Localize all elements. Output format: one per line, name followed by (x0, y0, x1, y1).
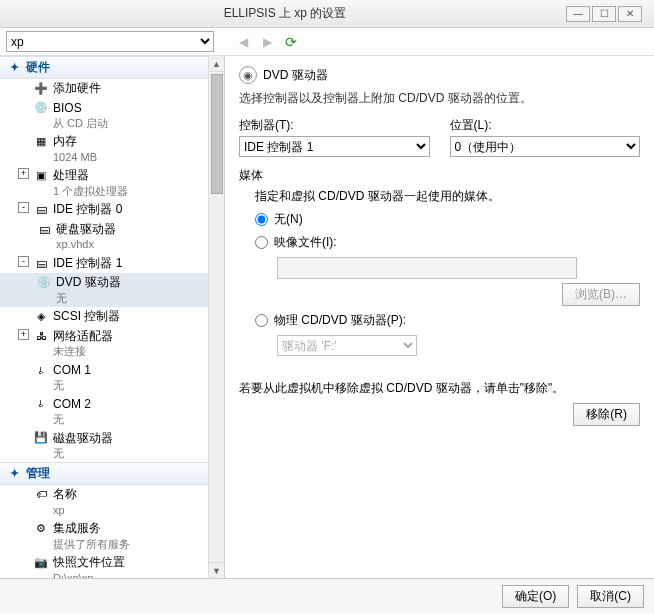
item-icon: 🖴 (33, 256, 49, 270)
sidebar-item-hw-7[interactable]: 💿DVD 驱动器无 (0, 273, 208, 307)
item-icon: 🖴 (33, 202, 49, 216)
media-physical-radio[interactable] (255, 314, 268, 327)
sidebar-item-hw-2[interactable]: ▦内存1024 MB (0, 132, 208, 166)
media-none-radio[interactable] (255, 213, 268, 226)
pane-hint: 选择控制器以及控制器上附加 CD/DVD 驱动器的位置。 (239, 90, 640, 107)
item-label: IDE 控制器 1 (53, 256, 122, 272)
refresh-icon[interactable]: ⟳ (282, 33, 300, 51)
item-sublabel: 无 (56, 291, 121, 305)
window-controls: — ☐ ✕ (566, 6, 642, 22)
sidebar-item-hw-5[interactable]: 🖴硬盘驱动器xp.vhdx (0, 220, 208, 254)
sidebar-item-hw-8[interactable]: ◈SCSI 控制器 (0, 307, 208, 327)
item-label: IDE 控制器 0 (53, 202, 122, 218)
controller-label: 控制器(T): (239, 117, 430, 134)
detail-pane: ◉ DVD 驱动器 选择控制器以及控制器上附加 CD/DVD 驱动器的位置。 控… (225, 56, 654, 578)
expand-icon[interactable]: - (18, 202, 29, 213)
sidebar-item-mgmt-2[interactable]: 📷快照文件位置D:\xp\xp (0, 553, 208, 578)
item-sublabel: 1024 MB (53, 150, 97, 164)
item-label: 集成服务 (53, 521, 130, 537)
item-sublabel: 1 个虚拟处理器 (53, 184, 128, 198)
item-label: COM 1 (53, 363, 91, 379)
close-button[interactable]: ✕ (618, 6, 642, 22)
sidebar-item-hw-10[interactable]: ⫰COM 1无 (0, 361, 208, 395)
ok-button[interactable]: 确定(O) (502, 585, 569, 608)
item-icon: ◈ (33, 309, 49, 323)
item-label: 添加硬件 (53, 81, 101, 97)
item-label: 磁盘驱动器 (53, 431, 113, 447)
sidebar-item-hw-6[interactable]: -🖴IDE 控制器 1 (0, 254, 208, 274)
item-sublabel: D:\xp\xp (53, 571, 125, 578)
section-hardware: ✦硬件 (0, 56, 208, 79)
item-sublabel: 从 CD 启动 (53, 116, 108, 130)
dvd-icon: ◉ (239, 66, 257, 84)
browse-button[interactable]: 浏览(B)… (562, 283, 640, 306)
item-icon: 🖧 (33, 329, 49, 343)
expand-icon[interactable]: + (18, 168, 29, 179)
item-label: DVD 驱动器 (56, 275, 121, 291)
section-title: 硬件 (26, 59, 50, 76)
scroll-up-icon[interactable]: ▲ (209, 56, 224, 72)
maximize-button[interactable]: ☐ (592, 6, 616, 22)
sidebar-item-hw-1[interactable]: 💿BIOS从 CD 启动 (0, 99, 208, 133)
item-icon: ⫰ (33, 363, 49, 377)
expand-icon[interactable]: + (18, 329, 29, 340)
item-icon: ▣ (33, 168, 49, 182)
media-physical-label: 物理 CD/DVD 驱动器(P): (274, 312, 406, 329)
item-icon: 💾 (33, 431, 49, 445)
sidebar-item-hw-0[interactable]: ➕添加硬件 (0, 79, 208, 99)
minimize-button[interactable]: — (566, 6, 590, 22)
item-sublabel: xp (53, 503, 77, 517)
sidebar: ✦硬件➕添加硬件💿BIOS从 CD 启动▦内存1024 MB+▣处理器1 个虚拟… (0, 56, 225, 578)
item-sublabel: 无 (53, 412, 91, 426)
vm-selector[interactable]: xp (6, 31, 214, 52)
item-label: 处理器 (53, 168, 128, 184)
item-icon: ⚙ (33, 521, 49, 535)
media-image-label: 映像文件(I): (274, 234, 337, 251)
sidebar-item-hw-11[interactable]: ⫰COM 2无 (0, 395, 208, 429)
media-image-radio[interactable] (255, 236, 268, 249)
pane-header: ◉ DVD 驱动器 (239, 66, 640, 84)
remove-hint: 若要从此虚拟机中移除虚拟 CD/DVD 驱动器，请单击"移除"。 (239, 380, 640, 397)
sidebar-item-hw-12[interactable]: 💾磁盘驱动器无 (0, 429, 208, 463)
remove-button[interactable]: 移除(R) (573, 403, 640, 426)
sidebar-item-mgmt-0[interactable]: 🏷名称xp (0, 485, 208, 519)
item-label: 网络适配器 (53, 329, 113, 345)
title-bar: ELLIPSIS 上 xp 的设置 — ☐ ✕ (0, 0, 654, 28)
item-sublabel: 无 (53, 446, 113, 460)
location-select[interactable]: 0（使用中） (450, 136, 641, 157)
location-label: 位置(L): (450, 117, 641, 134)
media-none-label: 无(N) (274, 211, 303, 228)
forward-icon[interactable]: ▶ (258, 33, 276, 51)
section-icon: ✦ (6, 61, 22, 75)
media-group-label: 媒体 (239, 167, 640, 184)
sidebar-item-hw-3[interactable]: +▣处理器1 个虚拟处理器 (0, 166, 208, 200)
item-icon: 💿 (36, 275, 52, 289)
expand-icon[interactable]: - (18, 256, 29, 267)
item-sublabel: 未连接 (53, 344, 113, 358)
window-title: ELLIPSIS 上 xp 的设置 (4, 5, 566, 22)
item-label: SCSI 控制器 (53, 309, 120, 325)
item-sublabel: 无 (53, 378, 91, 392)
cancel-button[interactable]: 取消(C) (577, 585, 644, 608)
scroll-thumb[interactable] (211, 74, 223, 194)
section-management: ✦管理 (0, 462, 208, 485)
item-label: 硬盘驱动器 (56, 222, 116, 238)
toolbar: xp ◀ ▶ ⟳ (0, 28, 654, 56)
physical-drive-select: 驱动器 'F:' (277, 335, 417, 356)
scroll-down-icon[interactable]: ▼ (209, 562, 224, 578)
sidebar-item-hw-4[interactable]: -🖴IDE 控制器 0 (0, 200, 208, 220)
item-sublabel: 提供了所有服务 (53, 537, 130, 551)
sidebar-item-hw-9[interactable]: +🖧网络适配器未连接 (0, 327, 208, 361)
image-path-input (277, 257, 577, 279)
scrollbar[interactable]: ▲ ▼ (208, 56, 224, 578)
item-icon: ▦ (33, 134, 49, 148)
footer: 确定(O) 取消(C) (0, 578, 654, 614)
main-area: ✦硬件➕添加硬件💿BIOS从 CD 启动▦内存1024 MB+▣处理器1 个虚拟… (0, 56, 654, 578)
pane-title: DVD 驱动器 (263, 67, 328, 84)
sidebar-item-mgmt-1[interactable]: ⚙集成服务提供了所有服务 (0, 519, 208, 553)
controller-select[interactable]: IDE 控制器 1 (239, 136, 430, 157)
section-icon: ✦ (6, 467, 22, 481)
section-title: 管理 (26, 465, 50, 482)
back-icon[interactable]: ◀ (234, 33, 252, 51)
item-label: 快照文件位置 (53, 555, 125, 571)
